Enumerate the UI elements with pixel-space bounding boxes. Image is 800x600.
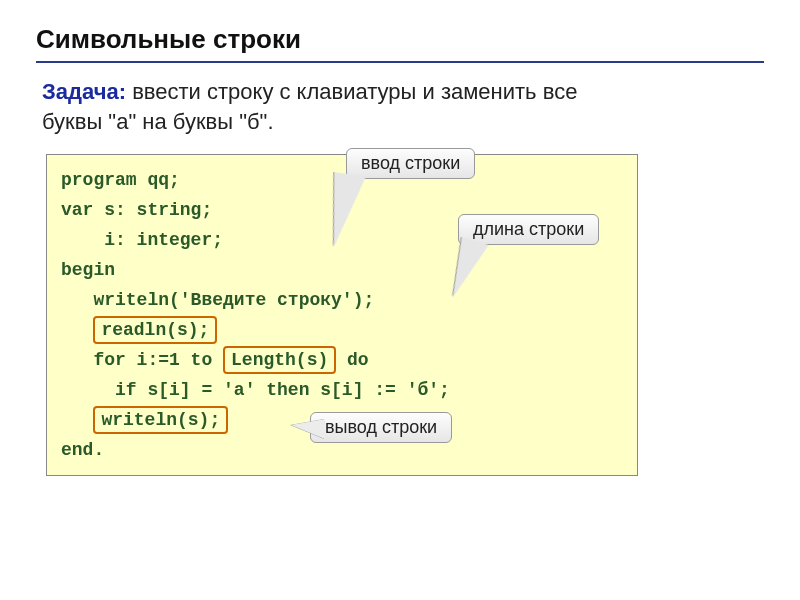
code-area: program qq; var s: string; i: integer; b… bbox=[46, 154, 638, 476]
callout-length-string: длина строки bbox=[458, 214, 599, 245]
code-line-2: var s: string; bbox=[61, 200, 212, 220]
code-line-3: i: integer; bbox=[61, 230, 223, 250]
highlight-readln: readln(s); bbox=[93, 316, 217, 344]
callout-length-label: длина строки bbox=[473, 219, 584, 239]
callout-tail-icon bbox=[291, 419, 325, 439]
task-label: Задача: bbox=[42, 79, 126, 104]
code-line-6-pre bbox=[61, 320, 93, 340]
code-line-10: end. bbox=[61, 440, 104, 460]
code-line-7-pre: for i:=1 to bbox=[61, 350, 223, 370]
code-line-8: if s[i] = 'а' then s[i] := 'б'; bbox=[61, 380, 450, 400]
task-text-2: буквы "а" на буквы "б". bbox=[42, 109, 274, 134]
task-paragraph: Задача: ввести строку с клавиатуры и зам… bbox=[42, 77, 764, 136]
highlight-length: Length(s) bbox=[223, 346, 336, 374]
highlight-writeln: writeln(s); bbox=[93, 406, 228, 434]
slide-title: Символьные строки bbox=[36, 24, 764, 55]
code-line-4: begin bbox=[61, 260, 115, 280]
code-line-1: program qq; bbox=[61, 170, 180, 190]
slide: Символьные строки Задача: ввести строку … bbox=[0, 0, 800, 476]
title-underline bbox=[36, 61, 764, 63]
callout-input-string: ввод строки bbox=[346, 148, 475, 179]
callout-input-label: ввод строки bbox=[361, 153, 460, 173]
code-line-7-post: do bbox=[336, 350, 368, 370]
callout-output-label: вывод строки bbox=[325, 417, 437, 437]
callout-output-string: вывод строки bbox=[310, 412, 452, 443]
code-line-9-pre bbox=[61, 410, 93, 430]
task-text-1: ввести строку с клавиатуры и заменить вс… bbox=[126, 79, 577, 104]
code-line-5: writeln('Введите строку'); bbox=[61, 290, 374, 310]
